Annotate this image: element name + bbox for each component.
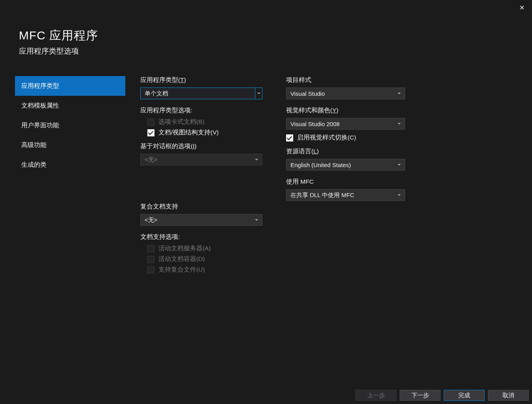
compound-files-label: 支持复合文件(U) — [158, 266, 205, 274]
chevron-down-icon — [255, 88, 262, 99]
page-subtitle: 应用程序类型选项 — [19, 46, 532, 56]
compound-files-checkbox — [147, 266, 154, 274]
sidebar-item-app-type[interactable]: 应用程序类型 — [15, 76, 125, 96]
prev-button: 上一步 — [355, 390, 396, 401]
app-type-label: 应用程序类型(T) — [140, 76, 262, 84]
project-style-select[interactable]: Visual Studio — [286, 88, 405, 99]
finish-button[interactable]: 完成 — [444, 390, 485, 401]
chevron-down-icon — [255, 159, 258, 160]
chevron-down-icon — [398, 123, 401, 125]
use-mfc-select[interactable]: 在共享 DLL 中使用 MFC — [286, 189, 405, 201]
cancel-button[interactable]: 取消 — [488, 390, 529, 401]
compound-doc-label: 复合文档支持 — [140, 203, 262, 211]
chevron-down-icon — [398, 164, 401, 166]
close-icon[interactable]: ✕ — [517, 3, 526, 13]
docview-label: 文档/视图结构支持(V) — [158, 128, 219, 137]
doc-support-options-label: 文档支持选项: — [140, 233, 262, 241]
sidebar-item-advanced[interactable]: 高级功能 — [15, 135, 125, 155]
app-type-options-label: 应用程序类型选项: — [140, 106, 262, 115]
dialog-options-label: 基于对话框的选项(I) — [140, 142, 262, 151]
project-style-label: 项目样式 — [286, 76, 405, 84]
compound-doc-select[interactable]: <无> — [140, 214, 262, 226]
docview-checkbox[interactable] — [147, 129, 154, 136]
active-container-checkbox — [147, 256, 154, 263]
chevron-down-icon — [398, 93, 401, 94]
active-container-label: 活动文档容器(D) — [158, 255, 205, 263]
enable-style-switch-label: 启用视觉样式切换(C) — [297, 134, 356, 142]
sidebar-item-ui-features[interactable]: 用户界面功能 — [15, 115, 125, 135]
visual-style-select[interactable]: Visual Studio 2008 — [286, 118, 405, 130]
tabbed-docs-label: 选项卡式文档(B) — [158, 118, 205, 126]
use-mfc-label: 使用 MFC — [286, 178, 405, 186]
sidebar: 应用程序类型 文档模板属性 用户界面功能 高级功能 生成的类 — [0, 76, 125, 278]
app-type-select[interactable]: 单个文档 — [140, 88, 262, 99]
sidebar-item-doc-template[interactable]: 文档模板属性 — [15, 96, 125, 115]
resource-language-select[interactable]: English (United States) — [286, 159, 405, 171]
resource-language-label: 资源语言(L) — [286, 147, 405, 156]
active-server-checkbox — [147, 245, 154, 252]
enable-style-switch-checkbox[interactable] — [286, 134, 293, 141]
chevron-down-icon — [255, 219, 258, 221]
sidebar-item-generated-classes[interactable]: 生成的类 — [15, 155, 125, 175]
chevron-down-icon — [398, 194, 401, 196]
next-button[interactable]: 下一步 — [400, 390, 441, 401]
page-title: MFC 应用程序 — [19, 28, 532, 44]
dialog-options-select: <无> — [140, 154, 262, 166]
tabbed-docs-checkbox — [147, 119, 154, 126]
active-server-label: 活动文档服务器(A) — [158, 244, 211, 253]
visual-style-label: 视觉样式和颜色(Y) — [286, 106, 405, 115]
